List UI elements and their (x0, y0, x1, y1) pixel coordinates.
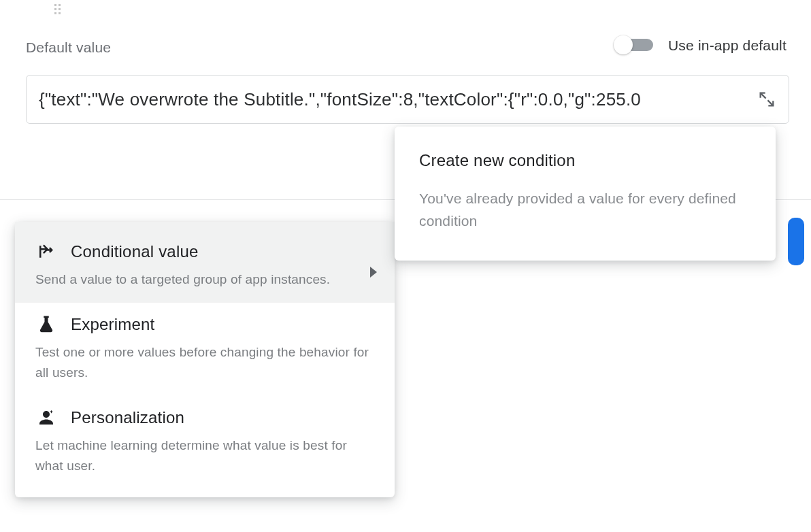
create-condition-tooltip: Create new condition You've already prov… (395, 127, 776, 261)
menu-item-desc: Send a value to a targeted group of app … (35, 269, 374, 289)
tooltip-title: Create new condition (419, 151, 751, 170)
menu-item-desc: Let machine learning determine what valu… (35, 435, 374, 476)
menu-item-personalization[interactable]: Personalization Let machine learning det… (15, 396, 395, 489)
menu-item-desc: Test one or more values before changing … (35, 342, 374, 382)
add-value-menu: Conditional value Send a value to a targ… (15, 222, 395, 497)
use-in-app-default-toggle[interactable] (614, 35, 657, 56)
primary-action-peek[interactable] (788, 218, 804, 265)
experiment-icon (35, 314, 57, 335)
menu-item-title: Personalization (71, 408, 184, 427)
personalization-icon (35, 407, 57, 429)
menu-item-title: Experiment (71, 315, 154, 334)
drag-handle[interactable] (54, 4, 61, 14)
expand-icon[interactable] (757, 90, 776, 109)
conditional-value-icon (35, 241, 57, 263)
tooltip-body: You've already provided a value for ever… (419, 188, 751, 232)
default-value-label: Default value (26, 39, 111, 56)
default-value-input-wrap (26, 75, 789, 124)
menu-item-conditional-value[interactable]: Conditional value Send a value to a targ… (15, 222, 395, 303)
use-in-app-default-label: Use in-app default (668, 37, 787, 54)
chevron-right-icon (370, 267, 377, 278)
default-value-input[interactable] (39, 89, 750, 110)
menu-item-title: Conditional value (71, 242, 199, 261)
menu-item-experiment[interactable]: Experiment Test one or more values befor… (15, 303, 395, 396)
